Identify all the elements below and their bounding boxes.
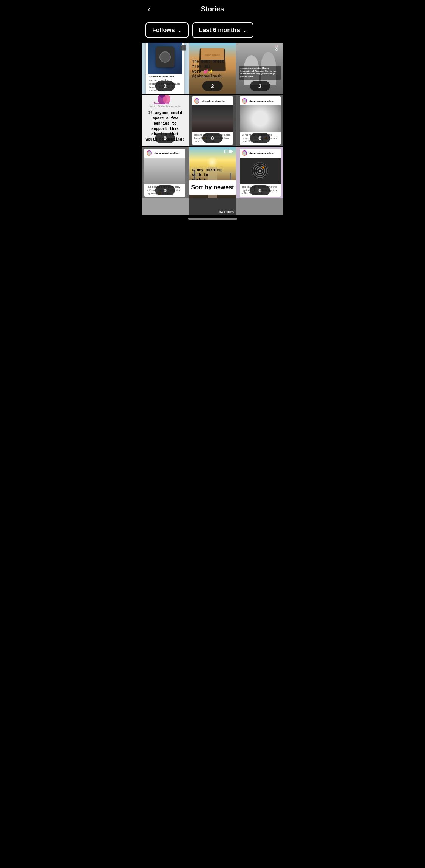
header: ‹ Stories	[142, 0, 283, 19]
post-username-6: sineadmaraisonline	[249, 100, 274, 102]
svg-point-8	[259, 170, 261, 172]
comment-count-4: 0	[155, 133, 175, 143]
grid-item-4[interactable]: DementiaUK Helping families face dementi…	[142, 95, 189, 146]
comment-count-7: 0	[155, 185, 175, 195]
period-filter-button[interactable]: Last 6 months ⌄	[192, 22, 253, 38]
sort-by-newest-pill[interactable]: Sort by newest	[189, 180, 236, 195]
video-icon: ⬛	[180, 45, 186, 51]
grid-item-1[interactable]: sineadmaraisonline I created a working p…	[142, 43, 189, 94]
post-username-5: sineadmaraisonline	[201, 100, 226, 102]
filter-bar: Follows ⌄ Last 6 months ⌄	[142, 19, 283, 43]
period-label: Last 6 months	[199, 27, 240, 34]
comment-count-2: 2	[202, 81, 222, 91]
home-indicator-bar	[188, 218, 237, 220]
home-indicator-area	[142, 215, 283, 222]
page-title: Stories	[201, 5, 224, 13]
grid-item-2[interactable]: Happy Romance The best break from uniwor…	[189, 43, 236, 94]
chevron-down-icon: ⌄	[177, 27, 182, 33]
follows-label: Follows	[152, 27, 175, 34]
back-button[interactable]: ‹	[148, 5, 150, 14]
dementia-logo: DementiaUK Helping families face dementi…	[150, 95, 181, 107]
video-record-icon	[224, 150, 233, 153]
post-username-7: sineadmaraisonline	[154, 152, 178, 155]
comment-count-3: 2	[250, 81, 270, 91]
svg-text:DementiaUK: DementiaUK	[154, 102, 170, 105]
svg-point-9	[263, 167, 264, 169]
grid-item-3[interactable]: 🐰 sineadmaraisonline Happy International…	[236, 43, 283, 94]
partial-cell-3[interactable]	[236, 198, 283, 215]
grid-item-6[interactable]: sineadmaraisonline Some holiday shopping…	[236, 95, 283, 146]
partial-bottom-row: How pretty??	[142, 198, 283, 215]
grid-item-8[interactable]: Sunny morning walk towork ☀️ Sort by new…	[189, 147, 236, 198]
dementia-link: 🔗 DEMENTIAUK.ORG	[147, 145, 183, 147]
comment-count-1: 2	[155, 81, 175, 91]
grid-item-5[interactable]: sineadmaraisonline Back to uni yesterday…	[189, 95, 236, 146]
grid-item-7[interactable]: sineadmaraisonline I am back to it after…	[142, 147, 189, 198]
stories-grid: sineadmaraisonline I created a working p…	[142, 43, 283, 198]
chevron-down-icon: ⌄	[242, 27, 247, 33]
partial-cell-1[interactable]	[142, 198, 189, 215]
comment-count-6: 0	[250, 133, 270, 143]
comment-count-5: 0	[202, 133, 222, 143]
grid-item-9[interactable]: sineadmaraisonline	[236, 147, 283, 198]
comment-count-9: 0	[250, 185, 270, 195]
partial-cell-2[interactable]: How pretty??	[189, 198, 236, 215]
partial-caption-2: How pretty??	[218, 210, 235, 213]
post-username-9: sineadmaraisonline	[249, 152, 274, 155]
follows-filter-button[interactable]: Follows ⌄	[145, 22, 189, 38]
